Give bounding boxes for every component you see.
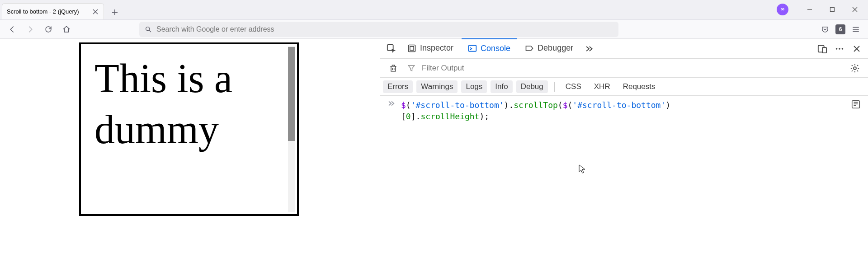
minimize-button[interactable] — [799, 2, 820, 17]
tab-console[interactable]: Console — [462, 38, 517, 58]
reload-button[interactable] — [41, 22, 56, 37]
address-input[interactable] — [156, 25, 613, 33]
scroll-box-text: This is a dummy — [94, 56, 232, 152]
hamburger-menu-icon[interactable] — [848, 22, 863, 37]
new-tab-button[interactable] — [108, 5, 122, 19]
devtools-tabs: Inspector Console Debugger — [380, 39, 868, 59]
overflow-tabs-icon[interactable] — [581, 41, 597, 56]
tab-inspector-label: Inspector — [420, 43, 453, 53]
console-prompt-icon — [387, 99, 396, 108]
maximize-button[interactable] — [822, 2, 843, 17]
cat-logs[interactable]: Logs — [461, 80, 487, 93]
tab-debugger-label: Debugger — [538, 43, 573, 53]
close-devtools-icon[interactable] — [849, 41, 864, 56]
mouse-cursor-icon — [579, 164, 586, 173]
cat-warnings[interactable]: Warnings — [416, 80, 458, 93]
tab-strip: Scroll to bottom - 2 (jQuery) ∞ — [0, 0, 868, 20]
svg-rect-8 — [822, 47, 826, 53]
settings-gear-icon[interactable] — [847, 61, 863, 76]
svg-text:∞: ∞ — [781, 6, 785, 12]
content-area: This is a dummy Inspector Console Debugg… — [0, 39, 868, 276]
cat-xhr[interactable]: XHR — [590, 80, 615, 93]
svg-point-10 — [839, 48, 840, 50]
cat-css[interactable]: CSS — [561, 80, 586, 93]
svg-rect-13 — [852, 101, 860, 108]
trash-icon[interactable] — [386, 61, 401, 76]
cat-requests[interactable]: Requests — [618, 80, 660, 93]
responsive-mode-icon[interactable] — [815, 41, 830, 56]
funnel-icon — [407, 64, 415, 72]
close-window-button[interactable] — [844, 2, 865, 17]
tab-inspector[interactable]: Inspector — [401, 39, 460, 59]
scrollbar-thumb[interactable] — [288, 47, 295, 141]
tab-console-label: Console — [481, 44, 510, 53]
cat-debug[interactable]: Debug — [516, 80, 548, 93]
console-body: $('#scroll-to-bottom').scrollTop($('#scr… — [380, 96, 868, 276]
cat-errors[interactable]: Errors — [383, 80, 413, 93]
tab-title: Scroll to bottom - 2 (jQuery) — [7, 8, 79, 15]
filter-output-input[interactable] — [422, 64, 841, 73]
page-viewport: This is a dummy — [0, 39, 380, 276]
svg-rect-5 — [410, 46, 414, 50]
search-icon — [145, 26, 152, 33]
tab-debugger[interactable]: Debugger — [519, 39, 580, 59]
run-history-icon[interactable] — [851, 99, 862, 110]
window-controls: ∞ — [777, 0, 868, 19]
forward-button[interactable] — [23, 22, 38, 37]
console-filterbar — [380, 59, 868, 78]
back-button[interactable] — [5, 22, 20, 37]
home-button[interactable] — [59, 22, 74, 37]
divider — [554, 82, 555, 92]
pocket-icon[interactable] — [817, 22, 833, 37]
browser-tab[interactable]: Scroll to bottom - 2 (jQuery) — [2, 3, 104, 19]
svg-point-2 — [146, 27, 150, 30]
svg-rect-6 — [469, 45, 476, 51]
element-picker-icon[interactable] — [384, 41, 399, 56]
svg-rect-1 — [830, 8, 835, 12]
address-bar[interactable] — [139, 22, 618, 37]
console-input-line[interactable]: $('#scroll-to-bottom').scrollTop($('#scr… — [387, 99, 862, 122]
svg-point-11 — [842, 48, 844, 50]
devtools-panel: Inspector Console Debugger — [380, 39, 868, 276]
svg-point-9 — [836, 48, 838, 50]
more-options-icon[interactable] — [832, 41, 847, 56]
svg-point-12 — [854, 67, 856, 70]
svg-rect-4 — [409, 45, 415, 51]
cat-info[interactable]: Info — [491, 80, 512, 93]
console-categories: Errors Warnings Logs Info Debug CSS XHR … — [380, 78, 868, 96]
nav-toolbar: 6 — [0, 20, 868, 39]
profile-avatar-icon[interactable]: ∞ — [777, 4, 788, 15]
close-icon[interactable] — [92, 8, 99, 15]
console-code[interactable]: $('#scroll-to-bottom').scrollTop($('#scr… — [401, 99, 670, 122]
scroll-box[interactable]: This is a dummy — [79, 42, 299, 216]
notification-counter[interactable]: 6 — [835, 24, 845, 34]
